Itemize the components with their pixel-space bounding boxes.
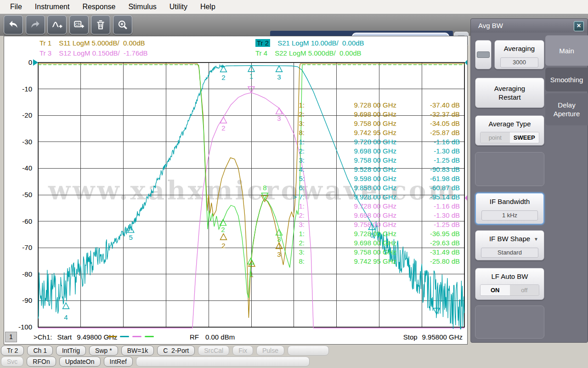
- status-button-rfon[interactable]: RFOn: [27, 357, 56, 367]
- trace-label-tr2[interactable]: Tr 2S21 LogM 10.00dB/ 0.00dB: [255, 39, 364, 47]
- marker-frequency: 9.928 00 GHz: [305, 192, 396, 202]
- marker-number: 8:: [286, 257, 305, 266]
- status-button-intref[interactable]: IntRef: [104, 357, 133, 367]
- empty-softkey-2: [475, 306, 544, 339]
- svg-text:1: 1: [249, 270, 253, 277]
- undo-icon: [7, 19, 19, 31]
- averaging-button[interactable]: Averaging 3000: [494, 40, 544, 69]
- trace-label-tr3[interactable]: Tr 3S12 LogM 0.150dB/ -1.76dB: [40, 49, 148, 57]
- status-button-inttrig[interactable]: IntTrig: [56, 345, 86, 356]
- marker-frequency: 9.858 00 GHz: [305, 183, 396, 192]
- marker-row-tr2-5: 5:9.598 00 GHz-61.98 dB: [286, 174, 466, 183]
- average-type-toggle[interactable]: point SWEEP: [480, 132, 539, 143]
- averaging-enable-button[interactable]: [475, 40, 492, 69]
- undo-button[interactable]: [4, 15, 23, 34]
- redo-button[interactable]: [26, 15, 45, 34]
- close-icon[interactable]: ✕: [574, 21, 584, 31]
- svg-text:8: 8: [263, 184, 266, 192]
- marker-row-tr4-3: 3:9.758 00 GHz-31.49 dB: [286, 248, 466, 257]
- zoom-in-icon: [117, 19, 129, 31]
- average-type-sweep[interactable]: SWEEP: [510, 132, 539, 143]
- marker-row-tr2-6: 6:9.858 00 GHz-60.87 dB: [286, 183, 466, 192]
- menu-instrument[interactable]: Instrument: [28, 1, 76, 12]
- averaging-restart-label: Averaging Restart: [475, 84, 544, 102]
- lf-auto-bw-button[interactable]: LF Auto BW ON off: [475, 268, 544, 300]
- marker-row-tr2-4: 4:9.528 00 GHz-90.83 dB: [286, 165, 466, 174]
- svg-text:-10: -10: [22, 85, 32, 93]
- tab-delay-aperture[interactable]: Delay Aperture: [545, 93, 588, 125]
- start-frequency: >Ch1: Start 9.49800 GHz: [34, 333, 118, 341]
- status-button-c-2-port[interactable]: C 2-Port: [157, 345, 195, 356]
- marker-frequency: 9.698 00 GHz: [305, 110, 396, 119]
- menu-response[interactable]: Response: [76, 1, 122, 12]
- svg-text:4: 4: [64, 313, 68, 321]
- averaging-label: Averaging: [495, 45, 544, 52]
- svg-text:5: 5: [129, 233, 133, 241]
- tab-smoothing[interactable]: Smoothing: [545, 68, 588, 91]
- marker-number: 1:: [286, 229, 305, 238]
- status-button-updateon[interactable]: UpdateOn: [59, 357, 101, 367]
- if-bw-shape-button[interactable]: IF BW Shape ▼ Standard: [475, 230, 544, 260]
- marker-frequency: 9.758 00 GHz: [305, 119, 396, 128]
- status-button-srccal: SrcCal: [198, 345, 229, 356]
- status-button-bw-1k[interactable]: BW=1k: [121, 345, 154, 356]
- delete-button[interactable]: [91, 15, 110, 34]
- marker-value: -25.87 dB: [396, 128, 460, 137]
- status-button-ch-1[interactable]: Ch 1: [27, 345, 53, 356]
- marker-value: -95.14 dB: [396, 192, 460, 202]
- add-trace-button[interactable]: [47, 15, 67, 34]
- average-type-button[interactable]: Average Type point SWEEP: [475, 115, 544, 146]
- trace-label-tr4[interactable]: Tr 4S22 LogM 5.000dB/ 0.00dB: [255, 49, 362, 57]
- add-channel-button[interactable]: Ch: [69, 15, 89, 34]
- trace-label-tr1[interactable]: Tr 1S11 LogM 5.000dB/ 0.00dB: [40, 39, 145, 47]
- menu-bar: FileInstrumentResponseStimulusUtilityHel…: [0, 0, 588, 14]
- marker-frequency: 9.742 95 GHz: [305, 128, 396, 137]
- marker-frequency: 9.528 00 GHz: [305, 165, 396, 174]
- status-button-tr-2[interactable]: Tr 2: [1, 345, 24, 356]
- tab-main[interactable]: Main: [545, 35, 588, 66]
- marker-value: -60.87 dB: [396, 183, 460, 192]
- dropdown-arrow-icon: ▼: [534, 237, 538, 242]
- zoom-in-button[interactable]: [113, 15, 132, 34]
- marker-row-tr4-1: 1:9.728 00 GHz-36.95 dB: [286, 229, 466, 238]
- lf-auto-bw-toggle[interactable]: ON off: [480, 284, 539, 296]
- trace-id-tr4: Tr 4: [255, 49, 267, 57]
- status-buttons-row-1: Tr 2Ch 1IntTrigSwp *BW=1kC 2-PortSrcCalF…: [1, 345, 329, 356]
- status-button-pulse: Pulse: [256, 345, 284, 356]
- lf-auto-bw-off[interactable]: off: [510, 285, 539, 295]
- marker-value: -1.25 dB: [396, 156, 460, 165]
- channel-badge[interactable]: 1: [5, 332, 17, 342]
- average-type-point[interactable]: point: [481, 132, 510, 143]
- rf-value: 0.00 dBm: [205, 333, 235, 341]
- svg-text:0: 0: [28, 58, 32, 66]
- marker-frequency: 9.728 00 GHz: [305, 137, 396, 147]
- marker-frequency: 9.742 95 GHz: [305, 257, 396, 266]
- marker-number: 8:: [286, 128, 305, 137]
- marker-row-tr3-2: 2:9.698 00 GHz-1.30 dB: [286, 211, 466, 220]
- marker-row-tr2-1: 1:9.728 00 GHz-1.16 dB: [286, 137, 466, 147]
- add-trace-icon: [51, 19, 63, 31]
- menu-help[interactable]: Help: [194, 1, 222, 12]
- marker-value: -29.63 dB: [396, 238, 460, 248]
- svg-text:-30: -30: [22, 138, 32, 146]
- averaging-restart-button[interactable]: Averaging Restart: [475, 78, 544, 108]
- marker-value: -31.49 dB: [396, 248, 460, 257]
- status-button-swp-[interactable]: Swp *: [89, 345, 118, 356]
- if-bandwidth-button[interactable]: IF Bandwidth 1 kHz: [475, 192, 544, 225]
- marker-number: 1:: [286, 202, 305, 211]
- status-button-fix: Fix: [232, 345, 253, 356]
- menu-file[interactable]: File: [4, 1, 28, 12]
- marker-value: -1.16 dB: [396, 137, 460, 147]
- marker-number: 2:: [286, 211, 305, 220]
- svg-text:-50: -50: [22, 191, 32, 198]
- lf-auto-bw-on[interactable]: ON: [481, 285, 510, 295]
- svg-text:2: 2: [221, 226, 225, 233]
- marker-value: -34.05 dB: [396, 119, 460, 128]
- menu-utility[interactable]: Utility: [163, 1, 194, 12]
- svg-text:2: 2: [221, 242, 225, 249]
- marker-row-tr1-1: 1:9.728 00 GHz-37.40 dB: [286, 101, 466, 110]
- menu-stimulus[interactable]: Stimulus: [122, 1, 163, 12]
- marker-frequency: 9.728 00 GHz: [305, 229, 396, 238]
- svg-text:Ch: Ch: [75, 22, 80, 27]
- marker-row-tr3-3: 3:9.758 00 GHz-1.25 dB: [286, 220, 466, 229]
